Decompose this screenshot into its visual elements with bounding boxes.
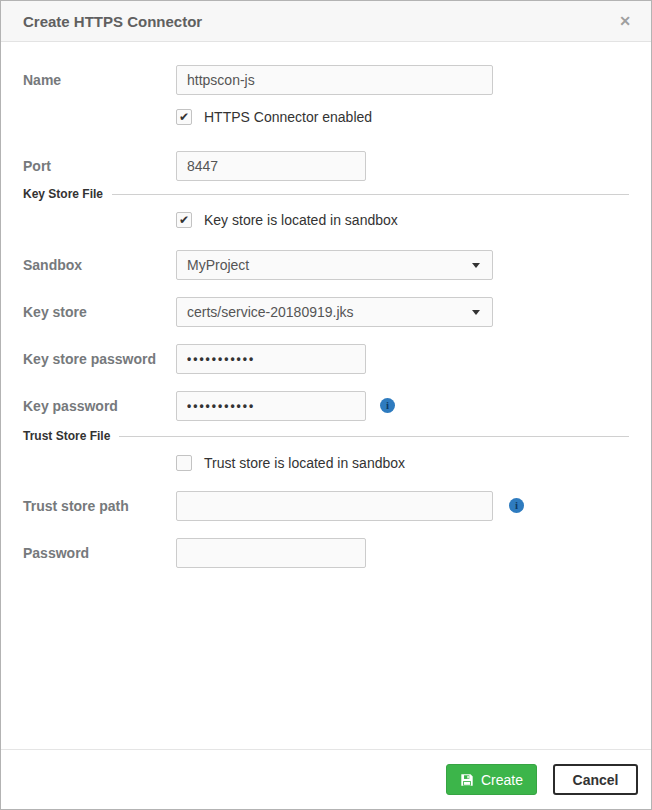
key-store-password-row: Key store password (1, 344, 651, 374)
trust-store-path-input[interactable] (176, 491, 493, 521)
key-store-label: Key store (23, 297, 171, 327)
save-icon (460, 773, 474, 787)
create-button[interactable]: Create (446, 764, 537, 795)
create-button-label: Create (481, 772, 523, 788)
trust-password-label: Password (23, 538, 171, 568)
key-store-row: Key store certs/service-20180919.jks (1, 297, 651, 327)
trust-store-sandbox-checkbox-row: Trust store is located in sandbox (176, 453, 405, 473)
enabled-checkbox[interactable]: ✔ (176, 109, 192, 125)
port-label: Port (23, 151, 171, 181)
close-icon[interactable]: ✕ (619, 14, 631, 28)
name-row: Name (1, 65, 651, 95)
key-store-sandbox-checkbox-label: Key store is located in sandbox (204, 212, 398, 228)
trust-store-sandbox-checkbox-label: Trust store is located in sandbox (204, 455, 405, 471)
sandbox-label: Sandbox (23, 250, 171, 280)
cancel-button[interactable]: Cancel (553, 764, 638, 795)
caret-down-icon (472, 310, 480, 315)
sandbox-select[interactable]: MyProject (176, 250, 493, 280)
trust-password-input[interactable] (176, 538, 366, 568)
caret-down-icon (472, 263, 480, 268)
info-icon[interactable]: i (509, 498, 524, 513)
key-store-selected-value: certs/service-20180919.jks (187, 304, 354, 320)
port-input[interactable] (176, 151, 366, 181)
name-input[interactable] (176, 65, 493, 95)
key-password-input[interactable] (176, 391, 366, 421)
trust-password-row: Password (1, 538, 651, 568)
trust-store-path-row: Trust store path i (1, 491, 651, 521)
key-store-select[interactable]: certs/service-20180919.jks (176, 297, 493, 327)
port-row: Port (1, 151, 651, 181)
key-store-sandbox-checkbox-row: ✔ Key store is located in sandbox (176, 210, 398, 230)
dialog-footer: Create Cancel (1, 749, 651, 809)
dialog-header: Create HTTPS Connector ✕ (1, 1, 651, 42)
name-label: Name (23, 65, 171, 95)
section-divider (112, 194, 629, 195)
enabled-checkbox-label: HTTPS Connector enabled (204, 109, 372, 125)
create-https-connector-dialog: Create HTTPS Connector ✕ Name ✔ HTTPS Co… (0, 0, 652, 810)
trust-store-sandbox-checkbox[interactable] (176, 455, 192, 471)
key-password-row: Key password i (1, 391, 651, 421)
trust-store-path-label: Trust store path (23, 491, 171, 521)
key-store-section: Key Store File (23, 187, 629, 201)
key-store-password-label: Key store password (23, 344, 171, 374)
info-icon[interactable]: i (380, 398, 395, 413)
check-icon: ✔ (179, 110, 189, 124)
key-store-password-input[interactable] (176, 344, 366, 374)
check-icon: ✔ (179, 213, 189, 227)
dialog-title: Create HTTPS Connector (23, 13, 619, 30)
sandbox-selected-value: MyProject (187, 257, 249, 273)
cancel-button-label: Cancel (573, 772, 619, 788)
trust-store-section-title: Trust Store File (23, 429, 110, 443)
key-password-label: Key password (23, 391, 171, 421)
sandbox-row: Sandbox MyProject (1, 250, 651, 280)
key-store-section-title: Key Store File (23, 187, 103, 201)
key-store-sandbox-checkbox[interactable]: ✔ (176, 212, 192, 228)
section-divider (119, 436, 629, 437)
trust-store-section: Trust Store File (23, 429, 629, 443)
enabled-checkbox-row: ✔ HTTPS Connector enabled (176, 107, 372, 127)
